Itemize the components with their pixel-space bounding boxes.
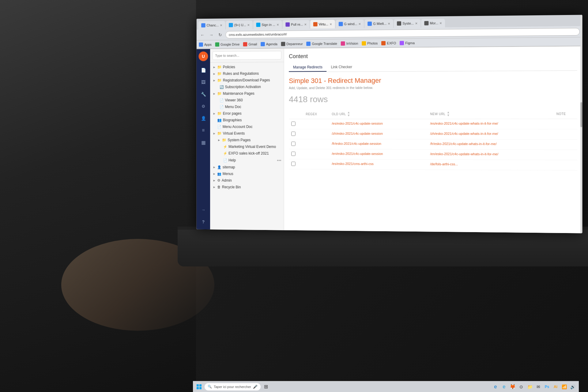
taskbar-icon-firefox[interactable]: 🦊 [509, 383, 516, 390]
col-spacer1 [420, 109, 428, 119]
umbraco-logo[interactable]: U [198, 51, 208, 61]
tree-item-systempages[interactable]: ▶ 📁 System Pages [210, 137, 284, 143]
tree-item-maintenance[interactable]: ▶ 📁 Maintenance Pages [210, 90, 284, 97]
tab-close-3[interactable]: ✕ [304, 23, 307, 26]
address-bar[interactable]: cms-exfo.azurewebsites.net/umbraco/#/ [225, 28, 580, 38]
bookmark-agenda[interactable]: Agenda [261, 42, 277, 46]
sidebar-icon-user[interactable]: 👤 [198, 113, 209, 124]
col-regex[interactable]: REGEX [303, 109, 330, 119]
tree-item-exfosales[interactable]: ⚡ EXFO sales kick-off 2021 [210, 150, 284, 157]
browser-tab-6[interactable]: G Mielt... ✕ [364, 19, 393, 28]
tab-close-2[interactable]: ✕ [277, 23, 279, 26]
row1-new-url[interactable]: /es/esko-2021/c4c-update-whats-in-it-for… [428, 119, 546, 129]
bookmark-depanneur[interactable]: Depanneur [281, 42, 303, 46]
row3-checkbox[interactable] [291, 141, 296, 146]
col-old-url[interactable]: OLD URL ▲▼ [329, 109, 420, 119]
bookmark-figma[interactable]: Figma [400, 41, 415, 45]
taskbar-icon-explorer[interactable]: 📁 [526, 383, 533, 390]
row4-checkbox-cell [289, 149, 303, 159]
tab-close-8[interactable]: ✕ [439, 21, 442, 25]
tree-item-menudoc[interactable]: 📄 Menu Doc [210, 104, 284, 110]
row2-old-url[interactable]: /zh/esko-2021/c4c-update-session [329, 129, 420, 139]
row5-checkbox[interactable] [291, 162, 296, 166]
tab-close-0[interactable]: ✕ [220, 24, 222, 27]
taskbar-icon-volume[interactable]: 🔊 [569, 383, 576, 390]
row2-regex [303, 129, 330, 139]
taskbar-icon-chrome[interactable]: ⊙ [518, 383, 525, 390]
tab-close-7[interactable]: ✕ [415, 21, 417, 25]
tree-item-error[interactable]: ▶ 📁 Error pages [210, 110, 284, 117]
row1-checkbox[interactable] [291, 122, 296, 126]
browser-tab-3[interactable]: Pull re... ✕ [282, 20, 310, 29]
row3-new-url[interactable]: /fr/esko-2021/c4c-update-whats-in-it-for… [428, 139, 546, 150]
sidebar-icon-document[interactable]: 📄 [198, 65, 209, 76]
taskbar-icon-ie[interactable]: e [500, 383, 508, 390]
browser-tab-5[interactable]: G wind... ✕ [336, 20, 364, 28]
tree-item-rules[interactable]: ▶ 📁 Rules and Regulations [210, 70, 284, 77]
tree-item-viewer[interactable]: 📄 Viewer 360 [210, 97, 284, 104]
tree-item-policies[interactable]: ▶ 📁 Policies [210, 63, 284, 70]
sidebar-icon-arrow[interactable]: → [198, 204, 209, 215]
sidebar-icon-image[interactable]: 🖼 [198, 77, 209, 88]
tab-close-4[interactable]: ✕ [330, 22, 332, 26]
sidebar-icon-help[interactable]: ? [198, 217, 209, 228]
tree-item-recyclebin[interactable]: ▶ 🗑 Recycle Bin [210, 184, 284, 191]
tree-item-virtualevents[interactable]: ▶ 📁 Virtual Events [210, 130, 284, 137]
tree-item-biographies[interactable]: 👥 Biographies [210, 117, 284, 123]
tree-more-help[interactable]: ••• [277, 158, 281, 163]
tree-search-input[interactable] [213, 51, 281, 60]
bookmark-exfo[interactable]: EXFO [381, 41, 396, 45]
taskbar-search[interactable]: 🔍 Taper ici pour rechercher 🎤 [205, 383, 261, 390]
bookmark-gmail[interactable]: Gmail [243, 42, 257, 46]
windows-start-button[interactable] [195, 383, 203, 390]
tree-item-menus[interactable]: ▶ 👥 Menus [210, 170, 284, 177]
row5-new-url[interactable]: /de/fols-arthi-css... [428, 160, 546, 170]
tab-manage-redirects[interactable]: Manage Redirects [289, 63, 326, 72]
taskbar-icon-edge[interactable]: e [492, 383, 499, 390]
tree-item-registration[interactable]: ▶ 📁 Registration/Download Pages [210, 77, 284, 84]
browser-tab-7[interactable]: Syste... ✕ [394, 19, 420, 28]
browser-tab-0[interactable]: Chanc... ✕ [198, 21, 225, 29]
browser-tab-8[interactable]: Mor... ✕ [421, 19, 445, 28]
col-new-url[interactable]: NEW URL ▲▼ [428, 109, 546, 119]
row4-old-url[interactable]: /en/esko-2021/c4c-update-session [329, 149, 420, 160]
row4-new-url[interactable]: /en/esko-2021/c4c-update-whats-in-it-for… [428, 149, 546, 160]
browser-tab-1[interactable]: (9+) U... ✕ [226, 21, 253, 29]
tab-close-5[interactable]: ✕ [359, 22, 361, 25]
row3-old-url[interactable]: /fr/esko-2021/c4c-update-session [329, 139, 420, 149]
row4-checkbox[interactable] [291, 152, 296, 156]
tree-item-subscription[interactable]: 🔄 Subscription Activation [210, 83, 284, 90]
sidebar-icon-wrench[interactable]: 🔧 [198, 89, 209, 100]
sidebar-icon-settings[interactable]: ⚙ [198, 101, 209, 111]
bookmark-apps[interactable]: Apps [199, 42, 212, 47]
tree-item-menuaccount[interactable]: 📄 Menu Account Doc [210, 123, 284, 130]
tree-item-sitemap[interactable]: ▶ 👤 sitemap [210, 164, 284, 171]
taskbar-icon-ps[interactable]: Ps [543, 383, 551, 390]
tree-item-marketing[interactable]: ⚡ Marketing Virtual Event Demo [210, 143, 284, 150]
browser-tab-4[interactable]: Virtu... ✕ [310, 20, 335, 29]
row5-old-url[interactable]: /es/esko-2021/cms-arthi-css [329, 159, 420, 170]
tab-close-6[interactable]: ✕ [388, 22, 390, 25]
bookmark-translate[interactable]: Google Translate [307, 41, 337, 46]
back-button[interactable]: ← [199, 31, 206, 39]
tree-item-admin[interactable]: ▶ ⚙ Admin [210, 177, 284, 184]
row2-new-url[interactable]: /zh/esko-2021/c4c-update-whats-in-it-for… [428, 129, 546, 140]
reload-button[interactable]: ↻ [217, 31, 224, 38]
bookmark-drive[interactable]: Google Drive [215, 42, 240, 46]
browser-tab-2[interactable]: Sign in ... ✕ [253, 20, 282, 29]
taskbar-icon-network[interactable]: 📶 [560, 383, 568, 390]
tab-close-1[interactable]: ✕ [247, 23, 250, 27]
tab-link-checker[interactable]: Link Checker [327, 63, 356, 72]
taskbar-icon-ai[interactable]: Ai [552, 383, 559, 390]
sidebar-icon-list[interactable]: ≡ [198, 125, 209, 136]
tree-item-help[interactable]: 📄 Help ••• [210, 156, 284, 164]
content-tree: ▶ 📁 Policies ▶ 📁 Rules and Regulations ▶… [210, 48, 284, 230]
taskbar-icon-mail[interactable]: ✉ [535, 383, 542, 390]
bookmark-invision[interactable]: InVision [341, 41, 358, 45]
bookmark-photos[interactable]: Photos [362, 41, 378, 45]
sidebar-icon-grid[interactable]: ▦ [198, 137, 209, 148]
row1-old-url[interactable]: /es/esko-2021/c4c-update-session [329, 119, 420, 129]
taskbar-icon-task-view[interactable]: ⊞ [262, 383, 270, 390]
row2-checkbox[interactable] [291, 132, 296, 136]
forward-button[interactable]: → [208, 31, 215, 39]
